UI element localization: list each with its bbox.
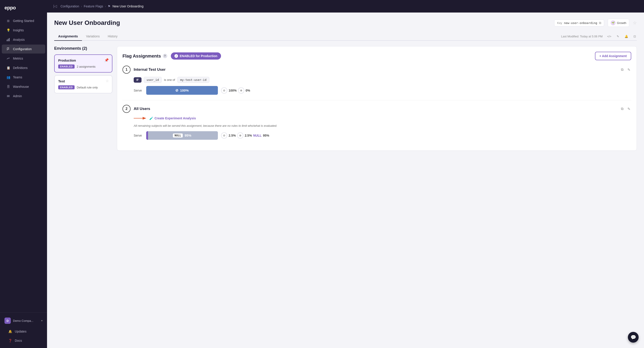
assignments-header: Flag Assignments ? ✓ ENABLED for Product…	[122, 52, 631, 60]
chat-button[interactable]: 💬	[628, 332, 639, 343]
help-circle-icon: ❓	[8, 338, 12, 343]
rule-1-name: Internal Test User	[134, 68, 617, 72]
serve-label-1: Serve	[134, 89, 143, 92]
team-icon: 👥	[6, 75, 10, 79]
condition-value: my-test-user-id	[177, 77, 209, 83]
arrow-icon	[134, 116, 147, 120]
sidebar-item-configuration[interactable]: Configuration	[2, 44, 45, 54]
serve-icon-x: ⊗	[238, 87, 244, 94]
environment-card-test[interactable]: ☆ Test ENABLED Default rule only	[54, 75, 112, 94]
sidebar-item-teams[interactable]: 👥 Teams	[2, 73, 45, 82]
enabled-label: ENABLED for Production	[180, 54, 218, 58]
tab-assignments[interactable]: Assignments	[54, 32, 82, 41]
environments-title: Environments (2)	[54, 46, 112, 51]
team-badge[interactable]: 🌱 Growth	[608, 19, 629, 27]
sidebar-label-metrics: Metrics	[13, 57, 23, 60]
svg-rect-2	[9, 38, 10, 41]
env-name-production: Production	[58, 58, 108, 62]
serve-secondary-2: ⊘ 2.5% ⊗ 2.5% NULL 95%	[221, 132, 269, 138]
team-avatar: 🌱	[611, 20, 616, 25]
logo-area: eppo	[0, 0, 47, 15]
metric-icon	[6, 56, 10, 60]
environment-card-production[interactable]: 📌 Production ENABLED 2 assignments	[54, 54, 112, 72]
page-header: New User Onboarding Key new-user-onboard…	[54, 19, 637, 27]
topbar: |◁ Configuration › Feature Flags › ⚑ New…	[47, 0, 644, 12]
favorite-button[interactable]: ☆	[633, 20, 637, 26]
copy-rule-2-button[interactable]: ⧉	[620, 106, 624, 112]
all-users-note: All remaining subjects will be served th…	[134, 124, 631, 128]
code-nav-button[interactable]: </>	[606, 34, 612, 39]
null-pct-secondary: 95%	[263, 134, 269, 137]
tab-actions: Last Modified: Today at 5:06 PM </> ✎ 🔔 …	[561, 34, 637, 39]
create-link-row: 🧪 Create Experiment Analysis	[134, 116, 631, 120]
key-value: new-user-onboarding	[564, 21, 597, 25]
help-icon[interactable]: ?	[163, 54, 167, 58]
rule-divider	[122, 100, 631, 100]
copy-key-button[interactable]: ⧉	[599, 21, 601, 25]
serve-pct-x-2: 2.5%	[245, 134, 252, 137]
sidebar-item-metrics[interactable]: Metrics	[2, 54, 45, 63]
flag-breadcrumb-icon: ⚑	[108, 4, 110, 8]
sidebar-item-analysis[interactable]: Analysis	[2, 35, 45, 44]
sidebar: eppo ⊞ Getting Started 💡 Insights Analys…	[0, 0, 47, 348]
rule-2-serve-row: Serve NULL 95% ⊘ 2.5% ⊗ 2.5%	[134, 131, 631, 140]
null-inner: NULL 95%	[150, 134, 214, 138]
env-name-test: Test	[58, 79, 108, 83]
grid-icon: ⊞	[6, 19, 10, 23]
create-experiment-link[interactable]: 🧪 Create Experiment Analysis	[149, 116, 196, 120]
env-status-row-test: ENABLED Default rule only	[58, 85, 108, 89]
admin-icon	[6, 94, 10, 98]
copy-rule-1-button[interactable]: ⧉	[620, 67, 624, 73]
sidebar-item-admin[interactable]: Admin	[2, 92, 45, 100]
sidebar-collapse-button[interactable]: |◁	[52, 3, 58, 9]
enabled-toggle[interactable]: ✓ ENABLED for Production	[171, 52, 221, 60]
env-desc-production: 2 assignments	[77, 65, 96, 68]
serve-icon-x-2: ⊗	[237, 132, 244, 138]
sidebar-item-insights[interactable]: 💡 Insights	[2, 26, 45, 35]
sidebar-label-analysis: Analysis	[13, 38, 25, 42]
breadcrumb-configuration[interactable]: Configuration	[60, 4, 79, 8]
env-desc-test: Default rule only	[77, 86, 98, 89]
company-avatar: D	[4, 318, 11, 324]
company-name: Demo Compa...	[13, 319, 39, 322]
sidebar-item-definitions[interactable]: 📋 Definitions	[2, 63, 45, 72]
edit-rule-2-button[interactable]: ✎	[626, 106, 631, 112]
sidebar-item-docs[interactable]: ❓ Docs	[4, 336, 44, 345]
rule-2-actions: ⧉ ✎	[620, 106, 631, 112]
rule-1-header: 1 Internal Test User ⧉ ✎	[122, 66, 631, 74]
rule-1-condition: IF user_id is one of my-test-user-id	[134, 77, 631, 83]
sidebar-item-warehouse[interactable]: 🗄 Warehouse	[2, 82, 45, 91]
condition-field: user_id	[144, 77, 162, 83]
expand-button[interactable]: ⊡	[632, 34, 637, 39]
chevron-down-icon: ▾	[41, 319, 42, 322]
sidebar-label-definitions: Definitions	[13, 66, 28, 70]
sidebar-bottom: D Demo Compa... ▾ 🔔 Updates ❓ Docs	[0, 312, 47, 348]
serve-bar-null-2: NULL 95%	[146, 131, 218, 140]
team-name: Growth	[617, 21, 626, 25]
flask-icon: 🧪	[149, 116, 153, 120]
logo: eppo	[4, 5, 16, 11]
key-badge: Key new-user-onboarding ⧉	[554, 20, 604, 26]
add-assignment-button[interactable]: + Add Assignment	[595, 52, 631, 60]
sidebar-label-docs: Docs	[15, 339, 22, 342]
sidebar-item-getting-started[interactable]: ⊞ Getting Started	[2, 16, 45, 25]
sidebar-item-updates[interactable]: 🔔 Updates	[4, 327, 44, 336]
company-selector[interactable]: D Demo Compa... ▾	[2, 315, 45, 326]
db-icon: 🗄	[6, 85, 10, 89]
check-icon: ✓	[175, 55, 177, 57]
breadcrumb-feature-flags[interactable]: Feature Flags	[84, 4, 103, 8]
star-test-icon[interactable]: ☆	[106, 79, 109, 83]
page-title: New User Onboarding	[54, 19, 550, 26]
rule-1-actions: ⧉ ✎	[620, 67, 631, 73]
if-badge: IF	[134, 77, 142, 83]
sidebar-label-configuration: Configuration	[13, 47, 32, 51]
sidebar-label-warehouse: Warehouse	[13, 85, 29, 88]
notifications-button[interactable]: 🔔	[624, 34, 629, 39]
null-pct: 95%	[184, 134, 191, 137]
sidebar-label-getting-started: Getting Started	[13, 19, 34, 22]
null-label-secondary: NULL	[253, 134, 262, 137]
tab-history[interactable]: History	[104, 32, 122, 41]
tab-variations[interactable]: Variations	[82, 32, 104, 41]
edit-button[interactable]: ✎	[616, 34, 620, 39]
edit-rule-1-button[interactable]: ✎	[626, 67, 631, 73]
